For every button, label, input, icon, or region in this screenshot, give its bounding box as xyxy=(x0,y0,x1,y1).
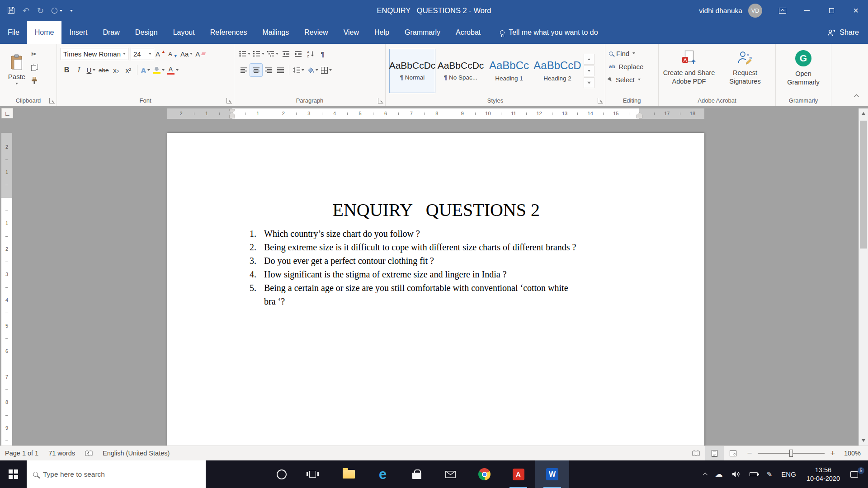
style-card-1[interactable]: AaBbCcDc¶ Normal xyxy=(389,49,435,93)
volume-button[interactable] xyxy=(727,471,745,478)
minimize-button[interactable] xyxy=(795,0,819,21)
task-view-button[interactable] xyxy=(299,460,326,488)
change-case-button[interactable]: Aa xyxy=(179,47,194,60)
tab-help[interactable]: Help xyxy=(367,21,397,44)
document-title[interactable]: ENQUIRY QUESTIONS 2 xyxy=(231,199,641,221)
zoom-in-button[interactable]: + xyxy=(829,448,836,458)
touch-mode-button[interactable] xyxy=(52,8,62,14)
subscript-button[interactable]: x₂ xyxy=(110,64,123,76)
vertical-scrollbar[interactable] xyxy=(859,108,868,446)
maximize-button[interactable] xyxy=(819,0,844,21)
ribbon-display-options-button[interactable] xyxy=(770,0,795,21)
paragraph-launcher[interactable] xyxy=(378,98,383,103)
battery-button[interactable] xyxy=(745,472,762,476)
grow-font-button[interactable]: A▲ xyxy=(154,47,167,60)
copy-button[interactable] xyxy=(30,61,42,73)
user-name[interactable]: vidhi dhanuka xyxy=(699,7,742,15)
font-family-combo[interactable]: Times New Roman xyxy=(61,48,128,60)
text-highlight-button[interactable] xyxy=(152,64,166,76)
sort-button[interactable]: AZ xyxy=(304,47,316,60)
styles-launcher[interactable] xyxy=(598,98,603,103)
italic-button[interactable]: I xyxy=(73,64,85,76)
save-button[interactable] xyxy=(7,6,15,15)
numbering-button[interactable] xyxy=(252,47,266,60)
tab-view[interactable]: View xyxy=(336,21,367,44)
tell-me-box[interactable]: Tell me what you want to do xyxy=(500,21,598,44)
onedrive-button[interactable]: ☁ xyxy=(711,470,727,478)
tab-insert[interactable]: Insert xyxy=(61,21,95,44)
align-center-button[interactable] xyxy=(250,64,262,76)
pen-button[interactable]: ✎ xyxy=(762,471,777,478)
clear-formatting-button[interactable]: A xyxy=(194,47,207,60)
zoom-slider[interactable] xyxy=(758,453,825,454)
collapse-ribbon-button[interactable] xyxy=(853,94,862,101)
tab-layout[interactable]: Layout xyxy=(165,21,203,44)
text-effects-button[interactable]: A xyxy=(140,64,152,76)
paste-button[interactable]: Paste xyxy=(4,47,30,92)
taskbar-app-acrobat[interactable]: A xyxy=(501,460,535,488)
zoom-slider-thumb[interactable] xyxy=(789,450,793,457)
align-left-button[interactable] xyxy=(238,64,250,76)
language-indicator[interactable]: ENG xyxy=(777,470,801,478)
scrollbar-thumb[interactable] xyxy=(860,121,867,249)
view-read-mode[interactable] xyxy=(687,446,705,461)
taskbar-search[interactable] xyxy=(27,460,206,488)
avatar[interactable]: VD xyxy=(748,4,762,18)
tab-selector[interactable]: ∟ xyxy=(1,108,13,118)
status-proofing[interactable] xyxy=(80,446,98,460)
clipboard-launcher[interactable] xyxy=(49,98,55,103)
taskbar-app-word[interactable]: W xyxy=(535,460,569,488)
tab-grammarly[interactable]: Grammarly xyxy=(397,21,448,44)
replace-button[interactable]: ab Replace xyxy=(609,61,655,72)
show-marks-button[interactable]: ¶ xyxy=(316,47,329,60)
style-scroll-up[interactable] xyxy=(584,54,594,65)
tab-home[interactable]: Home xyxy=(27,21,62,44)
cut-button[interactable]: ✂ xyxy=(30,48,42,60)
find-button[interactable]: Find xyxy=(609,47,655,59)
redo-button[interactable]: ↻ xyxy=(37,7,44,15)
question-list[interactable]: 1.Which country’s size chart do you foll… xyxy=(231,227,641,308)
tray-expand-button[interactable] xyxy=(698,473,711,476)
open-grammarly-button[interactable]: G OpenGrammarly xyxy=(779,47,827,95)
styles-more-button[interactable] xyxy=(584,77,594,88)
line-spacing-button[interactable] xyxy=(292,64,306,76)
borders-button[interactable] xyxy=(320,64,333,76)
taskbar-app-chrome[interactable] xyxy=(467,460,501,488)
bullets-button[interactable] xyxy=(238,47,252,60)
zoom-out-button[interactable]: − xyxy=(746,448,753,458)
format-painter-button[interactable] xyxy=(30,75,42,86)
tab-draw[interactable]: Draw xyxy=(95,21,127,44)
style-card-4[interactable]: AaBbCcDHeading 2 xyxy=(534,49,580,93)
status-word-count[interactable]: 71 words xyxy=(43,446,80,460)
undo-button[interactable]: ↶ xyxy=(23,7,29,15)
justify-button[interactable] xyxy=(274,64,287,76)
status-page-count[interactable]: Page 1 of 1 xyxy=(0,446,43,460)
tab-design[interactable]: Design xyxy=(127,21,165,44)
shrink-font-button[interactable]: A▼ xyxy=(167,47,179,60)
clock[interactable]: 13:56 10-04-2020 xyxy=(801,466,846,483)
align-right-button[interactable] xyxy=(262,64,274,76)
style-scroll-down[interactable] xyxy=(584,66,594,76)
shading-button[interactable] xyxy=(306,64,320,76)
taskbar-app-edge[interactable]: e xyxy=(366,460,400,488)
increase-indent-button[interactable] xyxy=(292,47,304,60)
style-card-3[interactable]: AaBbCcHeading 1 xyxy=(486,49,532,93)
tab-file[interactable]: File xyxy=(0,21,27,44)
action-center-button[interactable]: 5 xyxy=(846,471,865,478)
close-button[interactable]: × xyxy=(844,0,868,21)
strikethrough-button[interactable]: abe xyxy=(97,64,110,76)
request-signatures-button[interactable]: x w RequestSignatures xyxy=(718,47,772,95)
tab-references[interactable]: References xyxy=(203,21,255,44)
create-pdf-button[interactable]: Create and ShareAdobe PDF xyxy=(662,47,716,95)
font-launcher[interactable] xyxy=(226,98,232,103)
status-language[interactable]: English (United States) xyxy=(98,446,175,460)
font-size-combo[interactable]: 24 xyxy=(131,48,154,60)
scroll-up-button[interactable] xyxy=(859,108,868,118)
vertical-ruler[interactable]: 21123456789 xyxy=(1,133,12,446)
search-input[interactable] xyxy=(43,470,199,479)
tab-acrobat[interactable]: Acrobat xyxy=(448,21,488,44)
zoom-level[interactable]: 100% xyxy=(840,450,868,457)
taskbar-app-file-explorer[interactable] xyxy=(332,460,366,488)
decrease-indent-button[interactable] xyxy=(280,47,292,60)
superscript-button[interactable]: x² xyxy=(123,64,135,76)
